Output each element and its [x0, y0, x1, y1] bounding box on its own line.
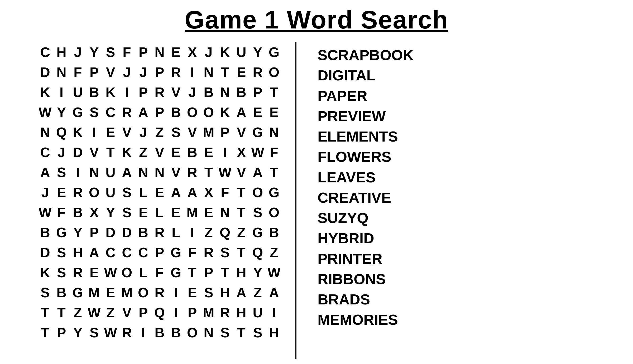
grid-cell: E — [135, 202, 151, 222]
grid-cell: J — [70, 42, 86, 62]
grid-cell: H — [70, 242, 86, 263]
grid-cell: S — [217, 242, 233, 263]
grid-cell: Z — [200, 222, 217, 242]
word-item: HYBRID — [318, 228, 617, 248]
divider — [295, 42, 296, 359]
grid-cell: Q — [151, 303, 168, 323]
grid-cell: R — [119, 323, 135, 343]
grid-cell: P — [184, 303, 200, 323]
word-search-grid: CHJYSFPNEXJKUYGDNFPVJJPRINTEROKIUBKIPRVJ… — [16, 42, 285, 343]
grid-cell: T — [266, 162, 282, 182]
grid-cell: C — [102, 242, 119, 263]
grid-cell: I — [119, 82, 135, 102]
grid-cell: T — [233, 242, 250, 263]
grid-cell: A — [86, 242, 102, 263]
grid-cell: B — [86, 82, 102, 102]
grid-cell: V — [233, 162, 250, 182]
grid-cell: U — [250, 303, 266, 323]
grid-cell: P — [200, 263, 217, 283]
grid-cell: B — [200, 82, 217, 102]
grid-cell: I — [168, 283, 184, 303]
grid-cell: P — [86, 62, 102, 82]
grid-cell: W — [250, 142, 266, 162]
grid-cell: E — [200, 142, 217, 162]
grid-cell: W — [266, 263, 282, 283]
grid-cell: E — [168, 202, 184, 222]
grid-cell: B — [233, 82, 250, 102]
grid-cell: S — [53, 263, 70, 283]
grid-cell: O — [184, 102, 200, 122]
grid-cell: Z — [135, 142, 151, 162]
grid-cell: J — [37, 182, 53, 202]
grid-cell: R — [217, 303, 233, 323]
grid-cell: K — [217, 42, 233, 62]
grid-cell: W — [86, 303, 102, 323]
page-title: Game 1 Word Search — [185, 5, 448, 34]
grid-cell: N — [217, 82, 233, 102]
grid-cell: V — [168, 162, 184, 182]
grid-cell: R — [70, 263, 86, 283]
grid-cell: I — [86, 122, 102, 142]
grid-cell: E — [53, 182, 70, 202]
grid-cell: M — [200, 303, 217, 323]
grid-cell: T — [266, 82, 282, 102]
grid-cell: X — [233, 142, 250, 162]
word-item: SCRAPBOOK — [318, 45, 617, 65]
grid-cell: R — [151, 82, 168, 102]
grid-cell: K — [217, 102, 233, 122]
grid-cell: M — [184, 202, 200, 222]
grid-cell: A — [135, 102, 151, 122]
grid-cell: M — [200, 122, 217, 142]
grid-cell: E — [151, 182, 168, 202]
grid-cell: K — [37, 82, 53, 102]
grid-cell: W — [217, 162, 233, 182]
grid-cell: O — [266, 202, 282, 222]
grid-cell: O — [135, 283, 151, 303]
word-item: PREVIEW — [318, 106, 617, 126]
grid-cell: A — [266, 283, 282, 303]
content-area: CHJYSFPNEXJKUYGDNFPVJJPRINTEROKIUBKIPRVJ… — [16, 42, 617, 359]
grid-cell: S — [168, 122, 184, 142]
grid-cell: I — [168, 303, 184, 323]
grid-cell: U — [70, 82, 86, 102]
grid-cell: F — [70, 62, 86, 82]
grid-cell: T — [217, 62, 233, 82]
grid-cell: I — [53, 82, 70, 102]
word-item: MEMORIES — [318, 309, 617, 330]
grid-cell: G — [266, 182, 282, 202]
grid-cell: N — [200, 62, 217, 82]
grid-cell: W — [102, 263, 119, 283]
grid-cell: V — [184, 122, 200, 142]
grid-cell: Z — [250, 283, 266, 303]
grid-cell: W — [37, 102, 53, 122]
grid-cell: A — [168, 182, 184, 202]
grid-cell: N — [53, 62, 70, 82]
grid-cell: U — [233, 42, 250, 62]
grid-cell: Y — [86, 42, 102, 62]
word-item: CREATIVE — [318, 187, 617, 208]
grid-cell: P — [151, 102, 168, 122]
page: Game 1 Word Search CHJYSFPNEXJKUYGDNFPVJ… — [0, 0, 633, 364]
grid-cell: O — [119, 263, 135, 283]
word-item: PRINTER — [318, 249, 617, 269]
grid-cell: T — [184, 263, 200, 283]
grid-cell: S — [119, 202, 135, 222]
grid-cell: O — [250, 182, 266, 202]
grid-cell: Y — [53, 102, 70, 122]
grid-cell: J — [200, 42, 217, 62]
grid-cell: T — [217, 263, 233, 283]
grid-cell: P — [217, 122, 233, 142]
grid-cell: N — [200, 323, 217, 343]
grid-cell: I — [135, 323, 151, 343]
grid-cell: B — [168, 102, 184, 122]
grid-cell: X — [184, 42, 200, 62]
grid-cell: B — [70, 202, 86, 222]
grid-cell: E — [200, 202, 217, 222]
grid-cell: E — [168, 42, 184, 62]
grid-cell: G — [266, 42, 282, 62]
word-item: PAPER — [318, 86, 617, 106]
word-item: BRADS — [318, 289, 617, 309]
grid-cell: C — [135, 242, 151, 263]
grid-cell: G — [70, 283, 86, 303]
grid-cell: R — [119, 102, 135, 122]
